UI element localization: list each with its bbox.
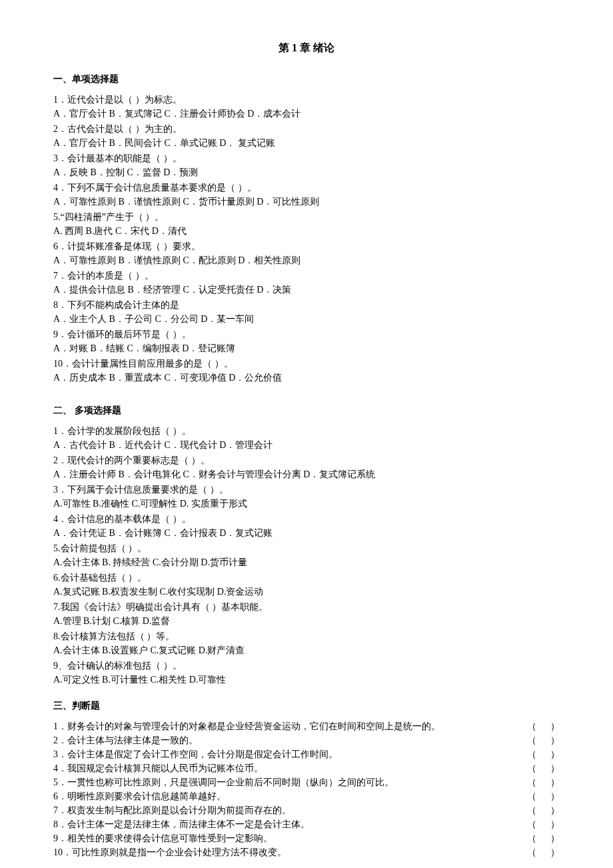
s3-q1-blank: （ ） xyxy=(525,719,560,733)
s3-q5-blank: （ ） xyxy=(527,775,560,789)
s3-q3-text: 3．会计主体是假定了会计工作空间，会计分期是假定会计工作时间。 xyxy=(53,747,527,761)
s2-q9-options: A.可定义性 B.可计量性 C.相关性 D.可靠性 xyxy=(53,673,560,687)
s3-q10: 10．可比性原则就是指一个企业会计处理方法不得改变。 （ ） xyxy=(53,845,560,859)
s2-q7: 7.我国《会计法》明确提出会计具有（ ）基本职能。 xyxy=(53,600,560,614)
s2-q5-options: A.会计主体 B. 持续经营 C.会计分期 D.货币计量 xyxy=(53,555,560,569)
s3-q1: 1．财务会计的对象与管理会计的对象都是企业经营资金运动，它们在时间和空间上是统一… xyxy=(53,719,560,733)
s3-q2-blank: （ ） xyxy=(527,733,560,747)
s2-q2-options: A．注册会计师 B．会计电算化 C．财务会计与管理会计分离 D．复式簿记系统 xyxy=(53,467,560,481)
s3-q8-blank: （ ） xyxy=(525,817,560,831)
s3-q1-text: 1．财务会计的对象与管理会计的对象都是企业经营资金运动，它们在时间和空间上是统一… xyxy=(53,719,525,733)
s2-q1-options: A．古代会计 B．近代会计 C．现代会计 D．管理会计 xyxy=(53,438,560,452)
s3-q7-text: 7．权责发生制与配比原则是以会计分期为前提而存在的。 xyxy=(53,803,525,817)
s2-q4: 4．会计信息的基本载体是（ ）。 xyxy=(53,512,560,526)
s3-q3: 3．会计主体是假定了会计工作空间，会计分期是假定会计工作时间。 （ ） xyxy=(53,747,560,761)
s1-q1-options: A．官厅会计 B．复式簿记 C．注册会计师协会 D．成本会计 xyxy=(53,107,560,121)
s2-q8-options: A.会计主体 B.设置账户 C.复式记账 D.财产清查 xyxy=(53,643,560,657)
s1-q4-options: A．可靠性原则 B．谨慎性原则 C．货币计量原则 D．可比性原则 xyxy=(53,195,560,209)
s1-q5-options: A. 西周 B.唐代 C．宋代 D．清代 xyxy=(53,224,560,238)
s3-q6: 6．明晰性原则要求会计信息越简单越好。 （ ） xyxy=(53,789,560,803)
s1-q7: 7．会计的本质是（ ）。 xyxy=(53,269,560,283)
s1-q6-options: A．可靠性原则 B．谨慎性原则 C．配比原则 D．相关性原则 xyxy=(53,253,560,267)
s2-q3: 3．下列属于会计信息质量要求的是（ ）。 xyxy=(53,483,560,497)
s2-q5: 5.会计前提包括（ ）。 xyxy=(53,541,560,555)
s2-q9: 9、会计确认的标准包括（ ）。 xyxy=(53,659,560,673)
s3-q9: 9．相关性的要求使得会计信息可靠性受到一定影响。 （ ） xyxy=(53,831,560,845)
s3-q7: 7．权责发生制与配比原则是以会计分期为前提而存在的。 （ ） xyxy=(53,803,560,817)
s3-q3-blank: （ ） xyxy=(527,747,560,761)
s1-q1: 1．近代会计是以（ ）为标志。 xyxy=(53,93,560,107)
s3-q5: 5．一贯性也称可比性原则，只是强调同一企业前后不同时期（纵向）之间的可比。 （ … xyxy=(53,775,560,789)
s1-q6: 6．计提坏账准备是体现（ ）要求。 xyxy=(53,239,560,253)
s3-q9-text: 9．相关性的要求使得会计信息可靠性受到一定影响。 xyxy=(53,831,525,845)
s1-q2: 2．古代会计是以（ ）为主的。 xyxy=(53,122,560,136)
s3-q8: 8．会计主体一定是法律主体，而法律主体不一定是会计主体。 （ ） xyxy=(53,817,560,831)
s1-q10: 10．会计计量属性目前应用最多的是（ ）。 xyxy=(53,357,560,371)
s1-q8-options: A．业主个人 B．子公司 C．分公司 D．某一车间 xyxy=(53,312,560,326)
s3-q6-blank: （ ） xyxy=(527,789,560,803)
s1-q10-options: A．历史成本 B．重置成本 C．可变现净值 D．公允价值 xyxy=(53,371,560,385)
s3-q4: 4．我国规定会计核算只能以人民币为记账本位币。 （ ） xyxy=(53,761,560,775)
section-2-heading: 二、 多项选择题 xyxy=(53,403,560,417)
s1-q3-options: A．反映 B．控制 C．监督 D．预测 xyxy=(53,165,560,179)
s3-q5-text: 5．一贯性也称可比性原则，只是强调同一企业前后不同时期（纵向）之间的可比。 xyxy=(53,775,527,789)
s1-q4: 4．下列不属于会计信息质量基本要求的是（ ）。 xyxy=(53,181,560,195)
s1-q3: 3．会计最基本的职能是（ ）。 xyxy=(53,151,560,165)
s2-q2: 2．现代会计的两个重要标志是（ ）。 xyxy=(53,453,560,467)
section-3-heading: 三、判断题 xyxy=(53,699,560,713)
s3-q4-text: 4．我国规定会计核算只能以人民币为记账本位币。 xyxy=(53,761,527,775)
s2-q7-options: A.管理 B.计划 C.核算 D.监督 xyxy=(53,614,560,628)
s1-q7-options: A．提供会计信息 B．经济管理 C．认定受托责任 D．决策 xyxy=(53,283,560,297)
s1-q5: 5.“四柱清册”产生于（ ）。 xyxy=(53,210,560,224)
s2-q1: 1．会计学的发展阶段包括（ ）。 xyxy=(53,424,560,438)
s3-q4-blank: （ ） xyxy=(527,761,560,775)
s3-q2-text: 2．会计主体与法律主体是一致的。 xyxy=(53,733,527,747)
s2-q6: 6.会计基础包括（ ）。 xyxy=(53,571,560,585)
s3-q9-blank: （ ） xyxy=(525,831,560,845)
s3-q10-blank: （ ） xyxy=(525,845,560,859)
section-2-body: 1．会计学的发展阶段包括（ ）。 A．古代会计 B．近代会计 C．现代会计 D．… xyxy=(53,424,560,687)
s1-q2-options: A．官厅会计 B．民间会计 C．单式记账 D． 复式记账 xyxy=(53,136,560,150)
section-1-heading: 一、单项选择题 xyxy=(53,72,560,86)
chapter-title: 第 1 章 绪论 xyxy=(53,40,560,56)
s1-q9: 9．会计循环的最后环节是（ ）。 xyxy=(53,327,560,341)
s3-q10-text: 10．可比性原则就是指一个企业会计处理方法不得改变。 xyxy=(53,845,525,859)
s3-q7-blank: （ ） xyxy=(525,803,560,817)
s1-q9-options: A．对账 B．结账 C．编制报表 D．登记账簿 xyxy=(53,341,560,355)
s3-q2: 2．会计主体与法律主体是一致的。 （ ） xyxy=(53,733,560,747)
s2-q8: 8.会计核算方法包括（ ）等。 xyxy=(53,629,560,643)
section-1-body: 1．近代会计是以（ ）为标志。 A．官厅会计 B．复式簿记 C．注册会计师协会 … xyxy=(53,93,560,385)
s3-q8-text: 8．会计主体一定是法律主体，而法律主体不一定是会计主体。 xyxy=(53,817,525,831)
section-3-body: 1．财务会计的对象与管理会计的对象都是企业经营资金运动，它们在时间和空间上是统一… xyxy=(53,719,560,859)
s2-q4-options: A．会计凭证 B．会计账簿 C．会计报表 D．复式记账 xyxy=(53,526,560,540)
s3-q6-text: 6．明晰性原则要求会计信息越简单越好。 xyxy=(53,789,527,803)
s2-q6-options: A.复式记账 B.权责发生制 C.收付实现制 D.资金运动 xyxy=(53,585,560,599)
s2-q3-options: A.可靠性 B.准确性 C.可理解性 D. 实质重于形式 xyxy=(53,497,560,511)
s1-q8: 8．下列不能构成会计主体的是 xyxy=(53,298,560,312)
